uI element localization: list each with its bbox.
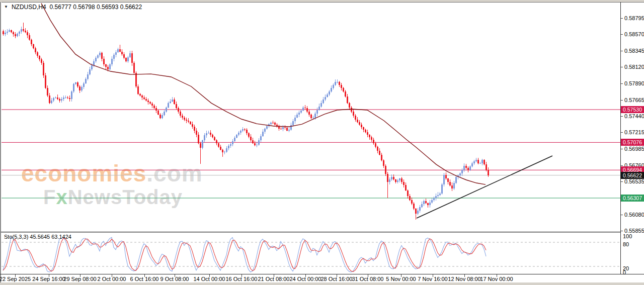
candle: [308, 112, 310, 115]
candle: [445, 175, 447, 178]
stochastic-indicator-label: Sto(5,3,3) 45.5645 63.1424: [4, 234, 71, 240]
candle: [479, 163, 481, 164]
candle: [320, 103, 322, 107]
candle: [347, 97, 348, 103]
candle: [343, 88, 344, 91]
candle: [467, 168, 469, 170]
price-tick-mark: [621, 116, 623, 117]
price-tick-mark: [621, 34, 623, 35]
candle: [363, 127, 364, 130]
candle: [250, 137, 252, 140]
candle: [93, 61, 95, 65]
candle: [278, 127, 280, 129]
candle: [210, 133, 211, 135]
candle: [469, 166, 471, 170]
candle: [369, 135, 370, 137]
candle: [57, 98, 58, 99]
candle: [258, 140, 260, 144]
candle: [486, 164, 487, 169]
candle: [149, 102, 151, 104]
price-chart-canvas[interactable]: [2, 3, 620, 232]
candle: [389, 179, 390, 182]
candle: [407, 191, 409, 196]
candle: [111, 59, 113, 64]
price-tick-label: 0.57440: [624, 113, 644, 119]
candle: [212, 135, 213, 137]
candle: [365, 130, 366, 132]
candle: [226, 148, 227, 152]
down-caret-icon[interactable]: ▼: [4, 5, 8, 10]
candle: [429, 203, 431, 205]
candle: [13, 32, 14, 34]
candle: [399, 178, 400, 180]
price-tick-mark: [621, 132, 623, 133]
candle: [117, 49, 119, 52]
candle: [455, 177, 457, 183]
candle: [252, 140, 254, 143]
price-tick-mark: [621, 100, 623, 101]
candle: [218, 143, 219, 146]
candle: [465, 166, 467, 168]
candle: [216, 140, 217, 143]
candle: [373, 140, 374, 143]
candle: [325, 97, 326, 100]
candle: [87, 74, 89, 79]
candle: [439, 194, 441, 195]
candle: [105, 64, 107, 67]
price-tick-mark: [621, 83, 623, 84]
time-axis[interactable]: 22 Sep 202524 Sep 16:0029 Sep 08:002 Oct…: [0, 274, 644, 282]
candle: [182, 116, 183, 118]
candle: [125, 58, 127, 61]
candle: [437, 195, 439, 197]
stochastic-panel-canvas[interactable]: [2, 233, 620, 274]
candle: [186, 120, 187, 121]
candle: [133, 63, 135, 73]
level-badge: 0.56307: [621, 195, 644, 202]
candle: [236, 135, 237, 138]
candle: [49, 96, 50, 103]
price-axis[interactable]: 0.587950.585700.583450.581200.578900.576…: [621, 2, 644, 274]
candle: [11, 30, 12, 32]
candle: [433, 198, 435, 200]
candle: [391, 177, 392, 179]
candle: [208, 133, 209, 133]
candle: [270, 123, 272, 124]
time-tick-label: 17 Nov 00:00: [480, 276, 513, 282]
candle: [488, 170, 489, 175]
candle: [194, 127, 195, 131]
candle: [371, 137, 372, 140]
candle: [473, 161, 475, 163]
candle: [232, 141, 233, 144]
candle: [423, 201, 425, 204]
candle: [166, 108, 167, 112]
candle: [411, 200, 413, 204]
candles-layer: [3, 23, 489, 219]
candle: [431, 200, 433, 203]
candle: [168, 103, 169, 107]
candle: [393, 177, 394, 179]
time-tick-label: 21 Oct 08:00: [258, 276, 290, 282]
candle: [403, 182, 405, 185]
candle: [162, 115, 163, 118]
candle: [244, 129, 246, 130]
candle: [27, 32, 28, 35]
candle: [234, 138, 235, 142]
candle: [39, 56, 40, 59]
candle: [59, 99, 60, 101]
candle: [323, 100, 324, 103]
candle: [17, 34, 18, 36]
candle: [41, 59, 42, 63]
candle: [81, 87, 83, 90]
candle: [246, 130, 248, 133]
candle: [79, 86, 80, 90]
candle: [55, 98, 56, 98]
candle: [192, 124, 193, 127]
candle: [174, 100, 175, 104]
candle: [274, 123, 276, 125]
candle: [25, 31, 26, 32]
candle: [176, 104, 177, 108]
candle: [9, 30, 10, 32]
candle: [31, 40, 32, 44]
candle: [248, 133, 250, 137]
candle: [143, 98, 145, 99]
